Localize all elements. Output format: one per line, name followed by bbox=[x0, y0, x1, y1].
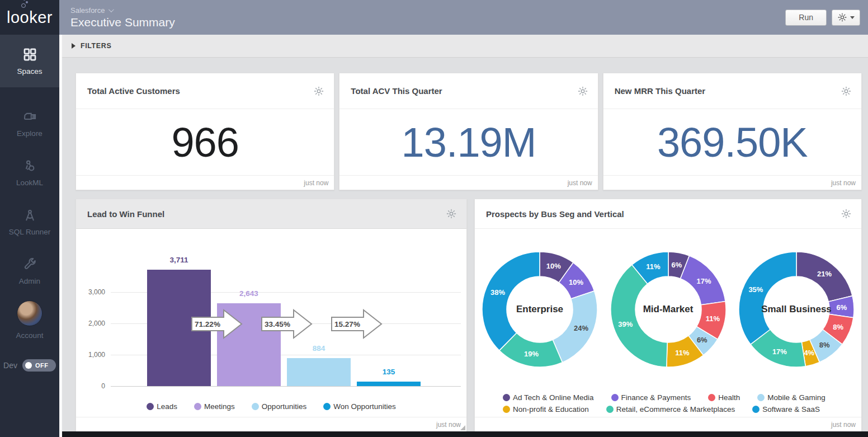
card-title: Lead to Win Funnel bbox=[87, 209, 164, 219]
slice-percent-label: 11% bbox=[705, 314, 720, 323]
card-title: Total ACV This Quarter bbox=[351, 86, 442, 96]
dashboard-settings-button[interactable] bbox=[832, 10, 860, 26]
looker-logo[interactable]: looker bbox=[0, 0, 59, 35]
main-area: FILTERS Total Active Customers 966 just … bbox=[59, 35, 868, 437]
kpi-value: 369.50K bbox=[657, 119, 808, 166]
gear-icon[interactable] bbox=[841, 208, 852, 219]
slice-percent-label: 6% bbox=[671, 261, 682, 269]
legend-item-mobile-gaming[interactable]: Mobile & Gaming bbox=[757, 393, 825, 402]
expand-triangle-icon bbox=[72, 43, 76, 49]
legend-dot bbox=[147, 403, 154, 410]
legend-label: Opportunities bbox=[262, 402, 306, 411]
legend-dot bbox=[503, 406, 510, 413]
sidebar-item-sql-runner[interactable]: SQL Runner bbox=[0, 197, 59, 246]
donut-mid-market: Ad Tech & Online Media: 6%6%Finance & Pa… bbox=[609, 250, 728, 369]
legend-item-meetings[interactable]: Meetings bbox=[194, 402, 235, 411]
legend-dot bbox=[757, 394, 765, 401]
breadcrumb[interactable]: Salesforce bbox=[70, 6, 175, 15]
bar-value-label: 3,711 bbox=[147, 256, 211, 264]
sidebar: Spaces Explore LookML SQL Runner bbox=[0, 35, 59, 437]
legend-label: Mobile & Gaming bbox=[767, 393, 825, 402]
sidebar-item-label: SQL Runner bbox=[9, 228, 51, 236]
legend-label: Software & SaaS bbox=[762, 405, 820, 413]
spaces-grid-icon bbox=[22, 47, 37, 62]
user-avatar bbox=[17, 300, 43, 326]
legend-item-won-opportunities[interactable]: Won Opportunities bbox=[323, 402, 396, 411]
sidebar-item-label: Explore bbox=[17, 129, 43, 138]
logo-bubble-icon bbox=[21, 3, 26, 8]
funnel-bar-opportunities[interactable] bbox=[287, 358, 351, 386]
kpi-row: Total Active Customers 966 just now Tota… bbox=[76, 73, 862, 190]
card-title: Total Active Customers bbox=[87, 86, 180, 96]
gear-icon[interactable] bbox=[313, 86, 324, 97]
admin-wrench-icon bbox=[22, 257, 37, 272]
svg-text:33.45%: 33.45% bbox=[265, 320, 290, 328]
legend-item-opportunities[interactable]: Opportunities bbox=[252, 402, 306, 411]
looker-app: looker Salesforce Executive Summary Run bbox=[0, 0, 868, 437]
viewport-bottom-edge bbox=[62, 431, 868, 437]
sidebar-item-explore[interactable]: Explore bbox=[0, 98, 59, 148]
slice-percent-label: 6% bbox=[837, 303, 847, 312]
kpi-card-total-acv: Total ACV This Quarter 13.19M just now bbox=[339, 73, 598, 190]
sidebar-item-spaces[interactable]: Spaces bbox=[0, 35, 59, 87]
slice-percent-label: 8% bbox=[819, 341, 830, 349]
funnel-card: Lead to Win Funnel 01,0002,0003,0003,711… bbox=[76, 199, 467, 432]
legend-dot bbox=[503, 394, 510, 401]
donut-slice-software-saas[interactable]: Software & SaaS: 35% bbox=[739, 252, 796, 344]
last-updated: just now bbox=[831, 179, 856, 187]
gear-icon[interactable] bbox=[446, 208, 457, 219]
topbar: looker Salesforce Executive Summary Run bbox=[0, 0, 868, 35]
legend-item-non-profit-education[interactable]: Non-profit & Education bbox=[503, 405, 589, 413]
donut-slice-retail-ecommerce-marketplaces[interactable]: Retail, eCommerce & Marketplaces: 39% bbox=[611, 265, 667, 367]
dashboard-content: Total Active Customers 966 just now Tota… bbox=[62, 58, 868, 437]
chevron-down-icon bbox=[108, 7, 114, 12]
last-updated: just now bbox=[831, 421, 856, 429]
bar-value-label: 135 bbox=[357, 368, 421, 376]
donut-enterprise: Ad Tech & Online Media: 10%10%Finance & … bbox=[480, 250, 599, 369]
last-updated: just now bbox=[436, 421, 461, 429]
gear-icon[interactable] bbox=[841, 86, 852, 97]
legend-label: Finance & Payments bbox=[621, 393, 691, 402]
slice-percent-label: 6% bbox=[696, 336, 707, 344]
caret-down-icon bbox=[850, 16, 855, 19]
run-button[interactable]: Run bbox=[785, 10, 827, 26]
resize-handle[interactable] bbox=[460, 425, 465, 430]
slice-percent-label: 39% bbox=[618, 320, 633, 328]
sidebar-item-label: LookML bbox=[16, 178, 43, 187]
legend-item-leads[interactable]: Leads bbox=[147, 402, 177, 411]
dev-mode-row: Dev OFF bbox=[0, 359, 59, 372]
funnel-bar-won-opportunities[interactable] bbox=[357, 382, 421, 386]
prospects-legend: Ad Tech & Online MediaFinance & Payments… bbox=[475, 390, 861, 417]
slice-percent-label: 17% bbox=[696, 277, 711, 285]
kpi-card-new-mrr: New MRR This Quarter 369.50K just now bbox=[603, 73, 862, 190]
donut-row: Ad Tech & Online Media: 10%10%Finance & … bbox=[475, 229, 861, 390]
sidebar-item-lookml[interactable]: LookML bbox=[0, 148, 59, 197]
conversion-arrow: 33.45% bbox=[261, 308, 313, 340]
logo-bubble-icon bbox=[23, 0, 25, 1]
filters-bar[interactable]: FILTERS bbox=[62, 35, 868, 58]
bar-value-label: 2,643 bbox=[217, 289, 281, 298]
donut-slice-software-saas[interactable]: Software & SaaS: 38% bbox=[482, 252, 540, 350]
legend-dot bbox=[611, 394, 619, 401]
sidebar-item-account[interactable]: Account bbox=[0, 295, 59, 345]
legend-dot bbox=[708, 394, 715, 401]
legend-label: Health bbox=[718, 393, 740, 402]
dev-mode-toggle[interactable]: OFF bbox=[22, 359, 56, 372]
donut-small-business: Ad Tech & Online Media: 21%21%Finance & … bbox=[737, 250, 856, 369]
funnel-legend: LeadsMeetingsOpportunitiesWon Opportunit… bbox=[76, 396, 466, 417]
legend-label: Leads bbox=[157, 402, 177, 411]
slice-percent-label: 10% bbox=[546, 262, 561, 270]
slice-percent-label: 21% bbox=[817, 270, 832, 278]
sidebar-item-admin[interactable]: Admin bbox=[0, 246, 59, 295]
conversion-arrow: 71.22% bbox=[191, 308, 243, 340]
legend-item-retail-ecommerce-marketplaces[interactable]: Retail, eCommerce & Marketplaces bbox=[606, 405, 735, 413]
y-axis-tick-label: 3,000 bbox=[76, 288, 105, 296]
gear-icon[interactable] bbox=[577, 86, 588, 97]
legend-item-software-saas[interactable]: Software & SaaS bbox=[752, 405, 820, 413]
legend-item-health[interactable]: Health bbox=[708, 393, 740, 402]
slice-percent-label: 24% bbox=[574, 324, 588, 332]
explore-icon bbox=[22, 109, 37, 124]
legend-item-finance-payments[interactable]: Finance & Payments bbox=[611, 393, 691, 402]
kpi-value: 966 bbox=[171, 119, 238, 166]
legend-item-ad-tech-online-media[interactable]: Ad Tech & Online Media bbox=[503, 393, 594, 402]
